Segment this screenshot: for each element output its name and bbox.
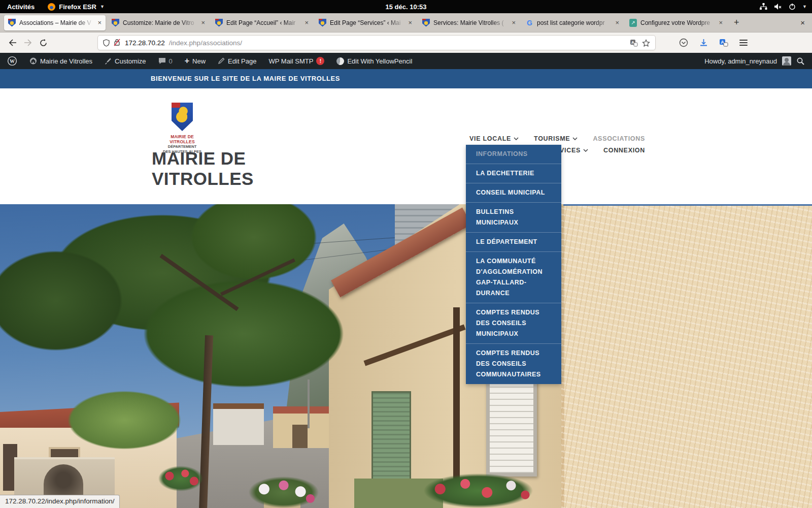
dropdown-item-departement[interactable]: LE DÉPARTEMENT [466, 232, 561, 251]
chevron-down-icon [583, 149, 588, 152]
firefox-icon [48, 3, 55, 11]
bookmark-star-icon[interactable] [642, 39, 650, 47]
wp-admin-bar: W Mairie de Vitrolles Customize 0 + New … [0, 53, 812, 69]
howdy-account-menu[interactable]: Howdy, admin_nreynaud [704, 57, 777, 65]
dropdown-item-cr-municipaux[interactable]: COMPTES RENDUS DES CONSEILS MUNICIPAUX [466, 303, 561, 343]
chevron-down-icon [572, 137, 578, 140]
tab-configurez-wordpress[interactable]: Configurez votre Wordpre × [625, 15, 727, 30]
tray-caret-icon: ▼ [802, 4, 807, 9]
tab-close-icon[interactable]: × [304, 19, 309, 26]
url-bar[interactable]: 172.28.70.22/index.php/associations/ A [97, 35, 656, 50]
avatar[interactable] [782, 56, 791, 66]
shield-favicon-icon [8, 19, 16, 27]
dropdown-item-cr-communautaires[interactable]: COMPTES RENDUS DES CONSEILS COMMUNAUTAIR… [466, 343, 561, 384]
reload-button[interactable] [36, 35, 51, 50]
customize-menu[interactable]: Customize [105, 57, 146, 65]
brush-icon [105, 57, 112, 65]
tab-edit-accueil[interactable]: Edit Page “Accueil” ‹ Mair × [211, 15, 313, 30]
dropdown-item-conseil-municipal[interactable]: CONSEIL MUNICIPAL [466, 183, 561, 202]
google-favicon-icon: G [526, 19, 533, 27]
site-header: MAIRIE DE VITROLLES DÉPARTEMENT DES HAUT… [0, 88, 812, 204]
nav-label: TOURISME [534, 135, 570, 142]
insecure-lock-icon[interactable] [114, 39, 121, 47]
dropdown-item-communaute[interactable]: LA COMMUNAUTÉ D'AGGLOMÉRATION GAP-TALLAR… [466, 251, 561, 303]
clock[interactable]: 15 déc. 10:53 [386, 3, 427, 11]
url-path: /index.php/associations/ [169, 39, 626, 47]
volume-muted-icon [774, 3, 782, 10]
nav-connexion[interactable]: CONNEXION [603, 147, 645, 154]
shield-favicon-icon [215, 19, 223, 27]
dropdown-item-bulletins[interactable]: BULLETINS MUNICIPAUX [466, 202, 561, 232]
nav-vie-locale[interactable]: VIE LOCALE [469, 135, 519, 142]
photo-flowers [424, 473, 533, 508]
new-tab-button[interactable]: + [734, 17, 739, 28]
photo-stone-wall [561, 206, 812, 508]
photo-green-shutter [371, 391, 411, 483]
comments-menu[interactable]: 0 [158, 57, 173, 65]
chevron-down-icon [514, 137, 519, 140]
wp-mail-smtp-menu[interactable]: WP Mail SMTP ! [268, 57, 324, 65]
pencil-icon [218, 57, 225, 65]
translate-toolbar-icon[interactable]: A [719, 39, 728, 47]
network-icon [760, 3, 767, 10]
nav-label: CONNEXION [603, 147, 645, 154]
tab-associations[interactable]: Associations – Mairie de V × [4, 15, 106, 30]
wp-mail-label: WP Mail SMTP [268, 57, 313, 65]
dropdown-item-dechetterie[interactable]: LA DECHETTERIE [466, 164, 561, 183]
tab-title: Edit Page “Services” ‹ Mai [330, 19, 404, 26]
pocket-icon[interactable] [679, 38, 688, 47]
system-tray[interactable]: ▼ [760, 3, 807, 10]
photo-notice-board [486, 372, 537, 477]
translate-page-icon[interactable]: A [630, 39, 638, 47]
coat-of-arms-icon [172, 103, 193, 131]
plus-icon: + [185, 56, 189, 66]
back-button[interactable] [5, 35, 20, 50]
site-title[interactable]: MAIRIE DE VITROLLES [152, 148, 254, 189]
customize-label: Customize [115, 57, 146, 65]
status-bar-link: 172.28.70.22/index.php/information/ [0, 495, 120, 508]
app-menu[interactable]: Firefox ESR ▼ [48, 3, 105, 11]
nav-tourisme[interactable]: TOURISME [534, 135, 578, 142]
tab-edit-services[interactable]: Edit Page “Services” ‹ Mai × [315, 15, 416, 30]
dropdown-item-informations[interactable]: INFORMATIONS [466, 145, 561, 164]
tab-title: Associations – Mairie de V [19, 19, 94, 26]
svg-text:W: W [10, 58, 15, 64]
menu-hamburger-icon[interactable] [739, 40, 748, 46]
tracking-shield-icon[interactable] [103, 39, 110, 47]
tab-customize[interactable]: Customize: Mairie de Vitro × [108, 15, 209, 30]
tab-close-icon[interactable]: × [408, 19, 412, 26]
window-close-button[interactable]: × [800, 18, 805, 27]
new-content-menu[interactable]: + New [185, 56, 206, 66]
photo-shed [213, 403, 264, 445]
site-name-menu[interactable]: Mairie de Vitrolles [29, 57, 92, 65]
photo-flowers [158, 466, 203, 491]
home-icon [29, 57, 37, 65]
edit-page-menu[interactable]: Edit Page [218, 57, 256, 65]
tab-close-icon[interactable]: × [719, 19, 723, 26]
photo-flowers [249, 477, 319, 508]
nav-label: VIE LOCALE [469, 135, 511, 142]
tab-google-search[interactable]: G post list categorie wordpr × [522, 15, 623, 30]
photo-foliage [46, 379, 203, 461]
forward-button[interactable] [20, 35, 36, 50]
site-title-line1: MAIRIE DE [152, 148, 254, 169]
tab-close-icon[interactable]: × [615, 19, 619, 26]
yellowpencil-menu[interactable]: Edit With YellowPencil [336, 57, 412, 65]
tab-close-icon[interactable]: × [512, 19, 516, 26]
downloads-icon[interactable] [699, 39, 708, 47]
activities-button[interactable]: Activités [7, 3, 35, 11]
nav-associations[interactable]: ASSOCIATIONS [593, 135, 645, 142]
site-title-line2: VITROLLES [152, 169, 254, 189]
tab-close-icon[interactable]: × [97, 19, 101, 26]
wordpress-logo-icon: W [7, 56, 17, 66]
comment-count: 0 [169, 57, 173, 65]
tab-services-front[interactable]: Services: Mairie Vitrolles ( × [418, 15, 520, 30]
logo-caption: MAIRIE DE VITROLLES [158, 134, 207, 144]
power-icon [789, 3, 796, 10]
search-icon[interactable] [796, 57, 805, 66]
edit-page-label: Edit Page [228, 57, 256, 65]
site-logo[interactable]: MAIRIE DE VITROLLES DÉPARTEMENT DES HAUT… [158, 103, 207, 154]
tab-close-icon[interactable]: × [201, 19, 205, 26]
wp-logo-menu[interactable]: W [7, 56, 17, 66]
caret-down-icon: ▼ [100, 4, 105, 9]
